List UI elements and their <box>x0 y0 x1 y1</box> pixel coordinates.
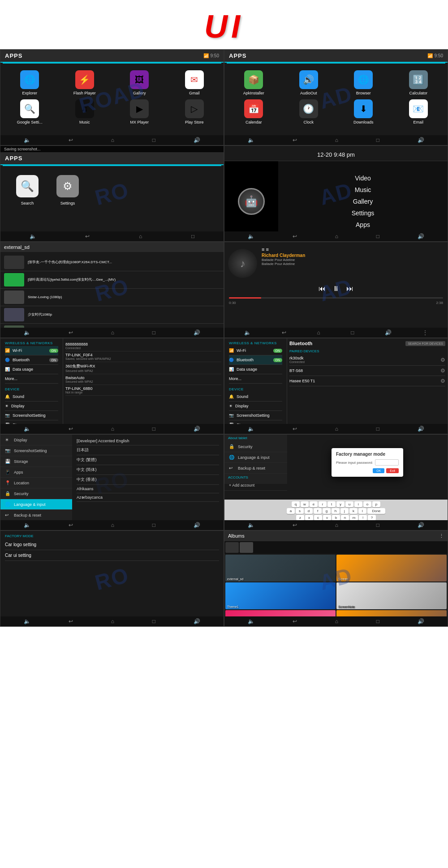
video-item-1[interactable]: [张学友-一千个伤心的理由]1080P.X264.DTS-CMCT... <box>0 254 224 271</box>
wifi-toggle[interactable]: 📶Wi-Fi ON <box>5 346 58 355</box>
lang-afrikaans[interactable]: Afrikaans <box>77 485 219 493</box>
lang-chinese-hk[interactable]: 中文 (香港) <box>77 475 219 485</box>
bt-settings[interactable]: 🔵Bluetooth ON <box>5 355 58 365</box>
key-t[interactable]: t <box>327 501 336 507</box>
sidebar-location[interactable]: 📍 Location <box>0 478 72 488</box>
sidebar-lang-10[interactable]: 🌐 Language & input <box>224 452 287 463</box>
search-devices-button[interactable]: SEARCH FOR DEVICES <box>405 341 445 346</box>
sound-8[interactable]: 🔔Sound <box>229 392 282 402</box>
app-mx[interactable]: ▶ MX Player <box>114 99 165 125</box>
album-3[interactable]: Theme1 <box>225 582 336 609</box>
key-o[interactable]: o <box>363 501 371 507</box>
sidebar-security-10[interactable]: 🔒 Security <box>224 441 287 452</box>
bt-device-2[interactable]: BT-S68 ⚙ <box>289 366 445 376</box>
car-ui-setting[interactable]: Car ui setting <box>5 550 219 561</box>
app-search[interactable]: 🔍 Search <box>9 175 45 206</box>
key-w[interactable]: w <box>301 501 309 507</box>
sound-setting[interactable]: 🔔Sound <box>5 392 58 402</box>
video-item-2[interactable]: [绿叶高清论坛]lyehd.5d6d.com[张女时代-...Gee_...(M… <box>0 271 224 289</box>
more-8[interactable]: More... <box>229 374 282 384</box>
bt-item-8[interactable]: 🔵Bluetooth ON <box>229 355 282 365</box>
menu-music[interactable]: Music <box>336 185 390 194</box>
app-calculator[interactable]: 🔢 Calculator <box>393 70 444 96</box>
app-music[interactable]: ♫ Music <box>59 99 111 125</box>
album-tab-thumb-2[interactable] <box>240 542 253 553</box>
app-playstore[interactable]: ▷ Play Store <box>169 99 220 125</box>
sidebar-backup[interactable]: ↩ Backup & reset <box>0 510 72 521</box>
password-input[interactable] <box>375 459 399 466</box>
wifi-net-5[interactable]: TP-LINK_68B0 Not in range <box>65 385 221 396</box>
key-r[interactable]: r <box>319 501 327 507</box>
sidebar-backup-10[interactable]: ↩ Backup & reset <box>224 463 287 474</box>
key-y[interactable]: y <box>336 501 345 507</box>
wifi-net-2[interactable]: TP-LINK_F0F4 Saved, secured with WPA/WPA… <box>65 351 221 362</box>
bt-device-3[interactable]: Hasee E50 T1 ⚙ <box>289 376 445 386</box>
sidebar-language[interactable]: 🌐 Language & input <box>0 499 72 510</box>
app-explorer[interactable]: 🌐 Explorer <box>4 70 56 96</box>
sidebar-apps[interactable]: 📱 Apps <box>0 467 72 478</box>
data-usage-8[interactable]: 📊Data usage <box>229 365 282 374</box>
menu-settings[interactable]: Settings <box>336 209 390 218</box>
app-email[interactable]: 📧 Email <box>393 99 444 125</box>
lang-chinese-trad[interactable]: 中文 (繁體) <box>77 455 219 465</box>
bt-device-1[interactable]: rk30sdk Connected ⚙ <box>289 354 445 366</box>
album-tab-thumb-1[interactable] <box>225 542 239 553</box>
key-e[interactable]: e <box>310 501 318 507</box>
sidebar-screenshot[interactable]: 📷 ScreenshotSetting <box>0 445 72 456</box>
menu-video[interactable]: Video <box>336 174 390 183</box>
key-d[interactable]: d <box>305 508 313 514</box>
album-1[interactable]: external_sd <box>225 555 336 582</box>
app-browser[interactable]: 🌐 Browser <box>338 70 389 96</box>
key-k[interactable]: k <box>349 508 358 514</box>
prev-button[interactable]: ⏮ <box>319 285 326 293</box>
lang-azerbaijani[interactable]: Azərbaycanca <box>77 493 219 502</box>
sidebar-security[interactable]: 🔒 Security <box>0 488 72 499</box>
add-account-item[interactable]: + Add account <box>224 480 287 491</box>
app-clock[interactable]: 🕐 Clock <box>283 99 335 125</box>
data-usage[interactable]: 📊Data usage <box>5 365 58 374</box>
app-audio[interactable]: 🔊 AudioOut <box>283 70 335 96</box>
wifi-item-8[interactable]: 📶Wi-Fi ON <box>229 346 282 355</box>
key-g[interactable]: g <box>323 508 331 514</box>
lang-accented[interactable]: [Developer] Accented English <box>77 437 219 445</box>
video-item-3[interactable]: Sistar-Loving (1080p) <box>0 289 224 306</box>
exit-button[interactable]: Exit <box>386 468 399 473</box>
key-a[interactable]: a <box>287 508 295 514</box>
app-gmail[interactable]: ✉ Gmail <box>169 70 220 96</box>
car-logo-setting[interactable]: Car logo setting <box>5 539 219 550</box>
sidebar-storage[interactable]: 💾 Storage <box>0 456 72 467</box>
app-gallery[interactable]: 🖼 Gallery <box>114 70 165 96</box>
screenshot-8[interactable]: 📷ScreenshotSetting <box>229 411 282 420</box>
wifi-net-1[interactable]: 8888888888 Connected <box>65 341 221 351</box>
display-8[interactable]: ☀Display <box>229 402 282 411</box>
app-flash[interactable]: ⚡ Flash Player <box>59 70 111 96</box>
wifi-net-4[interactable]: BwiseAuto Secured with WPA2 <box>65 374 221 385</box>
pause-button[interactable]: ⏸ <box>332 285 340 293</box>
ok-button[interactable]: OK <box>373 468 384 473</box>
app-apk[interactable]: 📦 ApkInstaller <box>228 70 280 96</box>
key-done[interactable]: Done <box>367 508 385 514</box>
key-i[interactable]: i <box>354 501 362 507</box>
album-4[interactable]: ScreenNote <box>336 582 447 609</box>
key-j[interactable]: j <box>340 508 349 514</box>
menu-gallery[interactable]: Gallery <box>336 197 390 206</box>
screenshot-setting[interactable]: 📷ScreenshotSetting <box>5 411 58 420</box>
key-u[interactable]: u <box>345 501 353 507</box>
key-p[interactable]: p <box>372 501 380 507</box>
lang-japanese[interactable]: 日本語 <box>77 445 219 455</box>
menu-apps[interactable]: Apps <box>336 220 390 229</box>
key-s[interactable]: s <box>296 508 304 514</box>
key-h[interactable]: h <box>332 508 340 514</box>
video-item-4[interactable]: 少女时代1080p <box>0 306 224 324</box>
key-f[interactable]: f <box>314 508 322 514</box>
album-2[interactable]: Screen <box>336 555 447 582</box>
music-progress-bar[interactable] <box>229 297 443 299</box>
key-q[interactable]: q <box>292 501 300 507</box>
sidebar-display[interactable]: ☀ Display <box>0 435 72 445</box>
next-button[interactable]: ⏭ <box>346 285 353 293</box>
more-settings[interactable]: More... <box>5 374 58 384</box>
lang-chinese-simp[interactable]: 中文 (简体) <box>77 465 219 475</box>
app-settings[interactable]: ⚙ Settings <box>50 175 86 206</box>
app-calendar[interactable]: 📅 Calendar <box>228 99 280 125</box>
wifi-net-3[interactable]: 360免费WiFi-RX Secured with WPA2 <box>65 362 221 374</box>
